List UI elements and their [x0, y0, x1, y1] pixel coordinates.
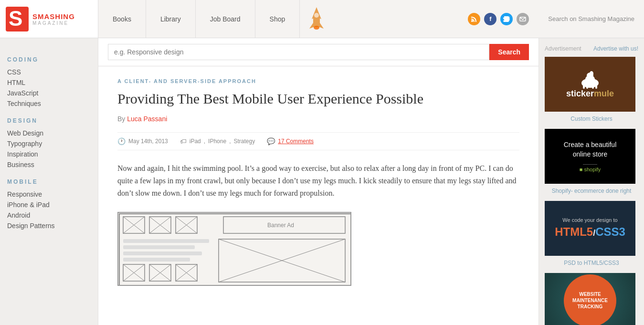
svg-rect-10 — [119, 214, 351, 286]
page-layout: CODING CSS HTML JavaScript Techniques DE… — [0, 38, 644, 325]
tag-separator-2: , — [229, 138, 231, 145]
tag-icon: 🏷 — [180, 137, 187, 145]
sidebar-item-iphone-ipad[interactable]: iPhone & iPad — [7, 199, 91, 210]
site-logo-icon[interactable]: S — [5, 6, 30, 32]
meta-date: 🕐 May 14th, 2013 — [117, 137, 168, 145]
author-link[interactable]: Luca Passani — [127, 115, 167, 123]
right-sidebar: Advertisement Advertise with us! sticker… — [539, 38, 644, 325]
comments-link[interactable]: 17 Comments — [278, 138, 314, 145]
search-header-area: Search on Smashing Magazine — [538, 0, 644, 38]
article-subtitle: A CLIENT- AND SERVER-SIDE APPROACH — [117, 78, 519, 84]
sidebar-item-inspiration[interactable]: Inspiration — [7, 149, 91, 159]
shopify-divider — [583, 164, 597, 165]
html5-text: We code your design to HTML5/CSS3 — [555, 217, 625, 240]
wm-inner: WEBSITEMAINTENANCETRACKING — [564, 274, 616, 325]
svg-rect-42 — [583, 85, 585, 89]
shopify-title: Create a beautifulonline store — [564, 140, 617, 159]
search-box-inner: Search — [108, 44, 529, 60]
meta-tags: 🏷 iPad, IPhone, Strategy — [180, 137, 255, 145]
search-box-area: Search — [98, 38, 538, 66]
comment-icon: 💬 — [267, 137, 275, 145]
ad-wmtrack[interactable]: WEBSITEMAINTENANCETRACKING — [545, 273, 635, 325]
sidebar-category-coding: CODING — [7, 56, 91, 63]
ad-shopify[interactable]: Create a beautifulonline store ■ shopify — [545, 129, 635, 184]
article-date: May 14th, 2013 — [128, 138, 168, 145]
sidebar-category-design: DESIGN — [7, 117, 91, 124]
tag-ipad[interactable]: iPad — [190, 138, 201, 145]
svg-marker-5 — [320, 23, 324, 29]
nav-jobboard[interactable]: Job Board — [196, 0, 255, 38]
site-subname: MAGAZINE — [32, 21, 75, 26]
sidebar-item-javascript[interactable]: JavaScript — [7, 88, 91, 98]
ad-stickermule[interactable]: stickermule — [545, 57, 635, 112]
svg-text:S: S — [9, 7, 22, 30]
wm-title: WEBSITEMAINTENANCETRACKING — [572, 291, 608, 310]
ad-html5css3[interactable]: We code your design to HTML5/CSS3 — [545, 201, 635, 256]
advertise-link[interactable]: Advertise with us! — [593, 45, 638, 52]
ad-label: Advertisement — [545, 45, 581, 52]
ad-stickermule-caption: Custom Stickers — [545, 115, 638, 122]
svg-point-6 — [314, 13, 319, 18]
decorative-rocket — [300, 0, 333, 38]
article-title: Providing The Best Mobile User Experienc… — [117, 90, 519, 108]
svg-rect-22 — [123, 239, 209, 243]
sidebar-item-design-patterns[interactable]: Design Patterns — [7, 220, 91, 231]
article-meta: 🕐 May 14th, 2013 🏷 iPad, IPhone, Strateg… — [117, 132, 519, 150]
wireframe-svg: Banner Ad — [118, 213, 351, 286]
left-sidebar: CODING CSS HTML JavaScript Techniques DE… — [0, 38, 98, 325]
email-icon[interactable] — [517, 13, 529, 25]
main-content: Search A CLIENT- AND SERVER-SIDE APPROAC… — [98, 38, 539, 325]
search-input[interactable] — [108, 44, 489, 60]
svg-point-7 — [314, 26, 319, 30]
sidebar-category-mobile: MOBILE — [7, 178, 91, 185]
sidebar-item-business[interactable]: Business — [7, 159, 91, 170]
nav-shop[interactable]: Shop — [255, 0, 300, 38]
search-header-label: Search on Smashing Magazine — [548, 15, 634, 22]
tag-strategy[interactable]: Strategy — [234, 138, 255, 145]
tag-iphone[interactable]: IPhone — [208, 138, 226, 145]
facebook-icon[interactable]: f — [484, 13, 496, 25]
search-button[interactable]: Search — [489, 44, 529, 60]
ad-shopify-caption: Shopify- ecommerce done right — [545, 188, 638, 194]
meta-comments: 💬 17 Comments — [267, 137, 314, 145]
site-name: SMASHING — [32, 12, 75, 21]
sidebar-item-typography[interactable]: Typography — [7, 138, 91, 149]
shopify-logo-icon: ■ shopify — [580, 167, 601, 172]
twitter-icon[interactable] — [500, 13, 513, 25]
sidebar-item-android[interactable]: Android — [7, 210, 91, 220]
article-image: Banner Ad — [117, 212, 351, 286]
nav-books[interactable]: Books — [98, 0, 146, 38]
svg-marker-4 — [309, 23, 313, 29]
svg-rect-24 — [123, 252, 202, 255]
sidebar-item-css[interactable]: CSS — [7, 67, 91, 77]
logo-area[interactable]: S SMASHING MAGAZINE — [0, 0, 98, 38]
svg-rect-25 — [123, 258, 190, 262]
sidebar-item-techniques[interactable]: Techniques — [7, 98, 91, 109]
tag-separator-1: , — [204, 138, 205, 145]
social-icons: f — [458, 0, 538, 38]
svg-text:Banner Ad: Banner Ad — [267, 222, 294, 229]
ad-html5-caption: PSD to HTML5/CSS3 — [545, 260, 638, 266]
svg-rect-23 — [123, 245, 195, 249]
site-header: S SMASHING MAGAZINE Books Library Job Bo… — [0, 0, 644, 38]
fb-letter: f — [489, 15, 491, 22]
svg-rect-45 — [595, 85, 597, 89]
svg-point-8 — [471, 20, 473, 22]
sidebar-item-responsive[interactable]: Responsive — [7, 189, 91, 199]
clock-icon: 🕐 — [117, 137, 126, 145]
byline-prefix: By — [117, 115, 125, 123]
svg-point-41 — [590, 71, 593, 76]
sidebar-item-html[interactable]: HTML — [7, 77, 91, 88]
ad-header: Advertisement Advertise with us! — [545, 45, 638, 52]
sidebar-item-webdesign[interactable]: Web Design — [7, 128, 91, 138]
nav-library[interactable]: Library — [146, 0, 196, 38]
rss-icon[interactable] — [468, 13, 480, 25]
sticker-horse-icon — [576, 70, 604, 89]
svg-rect-3 — [313, 17, 320, 27]
article-body: Now and again, I hit the swimming pool. … — [117, 162, 519, 200]
article-byline: By Luca Passani — [117, 115, 519, 123]
